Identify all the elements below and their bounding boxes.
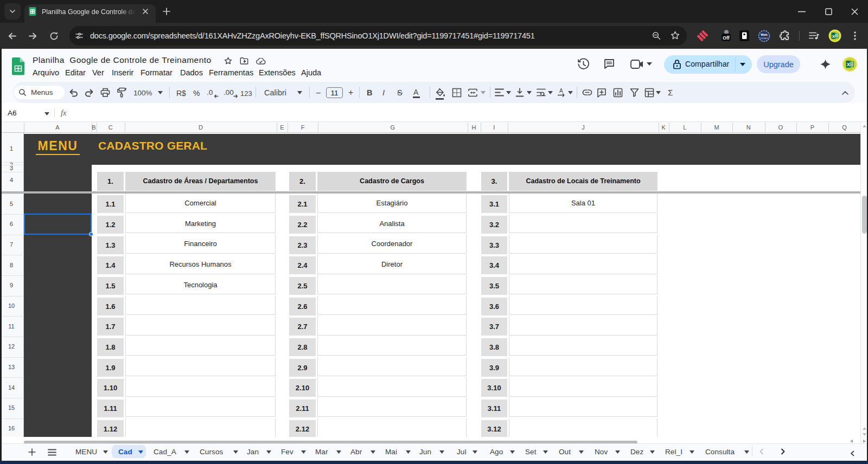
svg-text:Web: Web [761, 33, 768, 36]
svg-text:A: A [559, 88, 563, 94]
svg-text:X: X [832, 34, 835, 39]
svg-text:VISUALIZ: VISUALIZ [760, 37, 769, 40]
svg-text:X: X [847, 62, 850, 67]
svg-text:Off: Off [723, 35, 729, 41]
